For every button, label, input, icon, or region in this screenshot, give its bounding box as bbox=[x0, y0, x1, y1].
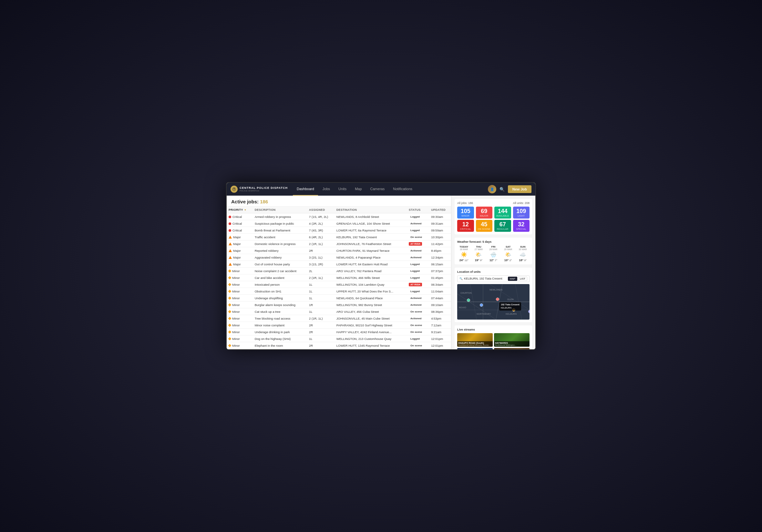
stream-item[interactable]: OHAUPO ROAD (South) Southbound along Ken… bbox=[457, 333, 493, 347]
table-row[interactable]: Critical Armed robbery in progress 7 (1S… bbox=[227, 213, 451, 220]
cell-destination: NEWLANDS, 64 Quicksand Place bbox=[335, 295, 407, 301]
priority-diamond bbox=[228, 317, 232, 320]
status-badge: Actioned bbox=[409, 222, 423, 225]
priority-triangle bbox=[229, 263, 232, 266]
cell-status: Actioned bbox=[407, 315, 429, 322]
status-badge: Logged bbox=[409, 290, 421, 293]
table-row[interactable]: Minor Underage drinking in park 2R HAPPY… bbox=[227, 329, 451, 336]
table-row[interactable]: Minor Tree blocking road access 2 (1R, 1… bbox=[227, 315, 451, 322]
cell-status: Logged bbox=[407, 227, 429, 234]
cell-status: Logged bbox=[407, 288, 429, 295]
stream-item[interactable]: HAYWARDS Northbound Wellington... bbox=[494, 333, 530, 347]
map-btn[interactable]: MAP bbox=[508, 277, 517, 281]
cell-priority: Critical bbox=[227, 213, 253, 220]
table-row[interactable]: Critical Suspicious package in public 4 … bbox=[227, 220, 451, 227]
table-row[interactable]: Minor Car and bike accident 2 (1R, 1L) W… bbox=[227, 274, 451, 281]
cell-priority: Minor bbox=[227, 322, 253, 329]
cell-updated: 12:34pm bbox=[429, 254, 451, 261]
cell-updated: 06:34am bbox=[429, 281, 451, 288]
avatar[interactable]: 👤 bbox=[488, 185, 496, 193]
table-row[interactable]: Minor Burglar alarm keeps sounding 1R WE… bbox=[227, 301, 451, 308]
table-row[interactable]: Minor Noise complaint 2 car accident 2L … bbox=[227, 267, 451, 274]
status-badge: Actioned bbox=[409, 303, 423, 307]
status-badge: Logged bbox=[409, 276, 421, 279]
stat-minor-value: 105 bbox=[459, 208, 472, 215]
cell-destination: LOWER HUTT, 64 Eastern Hutt Road bbox=[335, 261, 407, 267]
stat-onscene-label: ON SCENE bbox=[478, 228, 491, 230]
map-search-icon: 🔍 bbox=[459, 277, 463, 280]
stream-item[interactable]: OHAUPO ROAD (East) Eastbound along Queen… bbox=[457, 348, 493, 349]
stat-critical-label: CRITICAL bbox=[459, 228, 472, 230]
weather-high: 19° 9° bbox=[472, 259, 486, 262]
cell-description: Obstruction on SH1 bbox=[253, 288, 307, 295]
cell-description: Underage drinking in park bbox=[253, 329, 307, 336]
table-row[interactable]: Minor Obstruction on SH1 1L UPPER HUTT, … bbox=[227, 288, 451, 295]
table-row[interactable]: Major Aggravated robbery 3 (2S, 1L) NEWL… bbox=[227, 254, 451, 261]
all-jobs-label: All jobs: 186 bbox=[457, 201, 473, 205]
status-badge: AT RISK bbox=[409, 242, 422, 246]
col-destination: DESTINATION bbox=[335, 207, 407, 213]
weather-low: 9° bbox=[480, 259, 483, 262]
table-row[interactable]: Minor Elephant in the room 2R LOWER HUTT… bbox=[227, 342, 451, 349]
cell-status: AT RISK bbox=[407, 281, 429, 288]
col-updated: UPDATED bbox=[429, 207, 451, 213]
cell-updated: 7:12am bbox=[429, 322, 451, 329]
table-row[interactable]: Minor Dog on the highway (SH4) 1L WELLIN… bbox=[227, 336, 451, 342]
weather-day-date: 28 MAR bbox=[487, 248, 500, 251]
tab-units[interactable]: Units bbox=[335, 183, 350, 195]
table-row[interactable]: Major Out of control house party 3 (1S, … bbox=[227, 261, 451, 267]
cell-updated: 09:59am bbox=[429, 227, 451, 234]
cell-assigned: 1L bbox=[307, 295, 335, 301]
cell-destination: WELLINGTON, 104 Lambton Quay bbox=[335, 281, 407, 288]
list-btn[interactable]: LIST bbox=[518, 277, 527, 281]
col-priority[interactable]: PRIORITY ▼ bbox=[227, 207, 253, 213]
cell-priority: Minor bbox=[227, 308, 253, 315]
tab-map[interactable]: Map bbox=[351, 183, 365, 195]
table-row[interactable]: Major Traffic accident 6 (4R, 2L) KELBUR… bbox=[227, 234, 451, 241]
tab-jobs[interactable]: Jobs bbox=[319, 183, 334, 195]
stream-item[interactable]: NGAURANGA (Camera 1) Southbound motorway… bbox=[494, 348, 530, 349]
tab-notifications[interactable]: Notifications bbox=[389, 183, 416, 195]
cell-description: Intoxicated person bbox=[253, 281, 307, 288]
jobs-table-container[interactable]: PRIORITY ▼ DESCRIPTION ASSIGNED DESTINAT… bbox=[227, 207, 451, 349]
new-job-button[interactable]: New Job bbox=[508, 185, 531, 193]
map-search-bar[interactable]: 🔍 MAP LIST bbox=[457, 275, 530, 282]
nav-tabs: Dashboard Jobs Units Map Cameras Notific… bbox=[293, 183, 483, 195]
cell-description: Traffic accident bbox=[253, 234, 307, 241]
table-row[interactable]: Minor Intoxicated person 1L NEWLANDS, 12… bbox=[227, 349, 451, 349]
map-search-input[interactable] bbox=[464, 277, 506, 280]
priority-diamond bbox=[228, 331, 232, 334]
table-row[interactable]: Major Reported robbery 2R CHURTON PARK, … bbox=[227, 247, 451, 254]
weather-day-date: 30 MAR bbox=[516, 248, 530, 251]
cell-destination: NEWLANDS, 4 Paparangi Place bbox=[335, 254, 407, 261]
cell-assigned: 1L bbox=[307, 281, 335, 288]
map-view[interactable]: CHURTON NEWLANDS GLEN NGAIO NORTHBURY KE… bbox=[457, 284, 530, 320]
cell-description: Dog on the highway (SH4) bbox=[253, 336, 307, 342]
table-row[interactable]: Critical Bomb threat at Parliament 7 (4S… bbox=[227, 227, 451, 234]
jobs-title: Active jobs: 186 bbox=[231, 199, 446, 204]
weather-day-name: FRI bbox=[487, 245, 500, 248]
tab-cameras[interactable]: Cameras bbox=[366, 183, 389, 195]
map-location-label: 192 Tiata Cresent KELBURN bbox=[499, 302, 521, 311]
table-row[interactable]: Minor Cat stuck up a tree 1L ARO VALLEY,… bbox=[227, 308, 451, 315]
table-row[interactable]: Major Domestic violence in progress 2 (1… bbox=[227, 241, 451, 247]
cell-assigned: 2 (1R, 1L) bbox=[307, 241, 335, 247]
weather-day-date: 27 MAR bbox=[472, 248, 486, 251]
cell-status: Actioned bbox=[407, 301, 429, 308]
cell-destination: ARO VALLEY, 456 Cuba Street bbox=[335, 308, 407, 315]
weather-low: 12° bbox=[465, 259, 469, 262]
cell-updated: 07:44am bbox=[429, 295, 451, 301]
tab-dashboard[interactable]: Dashboard bbox=[293, 183, 318, 195]
weather-high: 10° 2° bbox=[501, 259, 515, 262]
app-subtitle: POLICE DISPATCH bbox=[240, 190, 288, 192]
table-row[interactable]: Minor Underage shoplifting 1L NEWLANDS, … bbox=[227, 295, 451, 301]
table-row[interactable]: Minor Minor noise complaint 2R PAPARANGI… bbox=[227, 322, 451, 329]
search-icon[interactable]: 🔍 bbox=[499, 187, 505, 192]
weather-high: 24° 12° bbox=[457, 259, 471, 262]
cell-updated: 07:37pm bbox=[429, 267, 451, 274]
all-units-label: All units: 208 bbox=[513, 201, 530, 205]
cell-priority: Critical bbox=[227, 227, 253, 234]
table-row[interactable]: Minor Intoxicated person 1L WELLINGTON, … bbox=[227, 281, 451, 288]
cell-assigned: 2 (1R, 1L) bbox=[307, 274, 335, 281]
cell-updated: 10:30pm bbox=[429, 234, 451, 241]
